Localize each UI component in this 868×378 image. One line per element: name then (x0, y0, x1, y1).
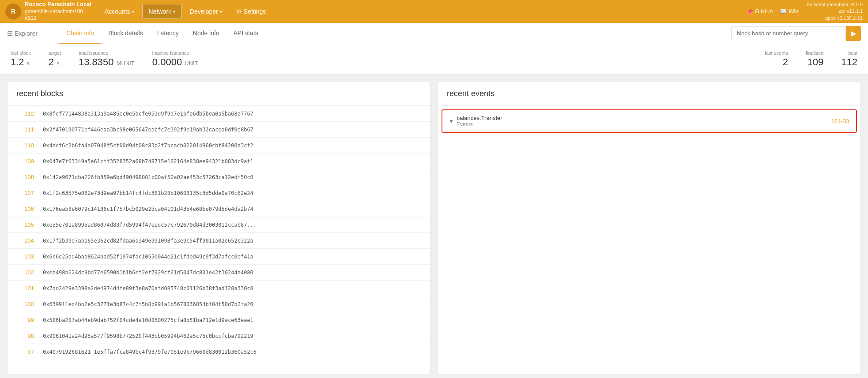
tab-node-info[interactable]: Node info (186, 23, 226, 44)
wiki-link[interactable]: 📖 Wiki (780, 8, 800, 15)
github-link[interactable]: 🐙 GitHub (746, 8, 773, 15)
search-input[interactable] (731, 26, 846, 40)
block-hash: 0x4acf6c2b6fa4a07048f5cf00d94f08c83b2f7b… (43, 142, 253, 149)
block-hash: 0x047e7f63349a5e61cff3528352a68b748715e1… (43, 158, 253, 165)
block-hash: 0x8fcf77144838a313a9a485ec0e5bcfe053d9f9… (43, 111, 253, 117)
main-content: recent blocks 112 0x8fcf77144838a313a9a4… (0, 75, 868, 378)
block-hash: 0x9061041a24d95a577f9598b772520f443cb059… (43, 333, 253, 339)
brand-title: Rococo Parachain Local (25, 1, 91, 8)
table-row: 100 0x639911ed4bb2e5c3771e3b87c4c7f5b8b9… (8, 296, 430, 312)
block-hash: 0x1f2c63575e062e73d9ea97bb14fc4fdc381b28… (43, 190, 253, 196)
brand: R Rococo Parachain Local gosemble-parach… (5, 1, 91, 22)
block-hash: 0xea498b624dc9bd77e6590b1b1b6ef2ef7929cf… (43, 269, 253, 276)
network-chevron-icon: ▾ (173, 9, 175, 14)
settings-icon: ⚙ (236, 8, 242, 15)
block-number[interactable]: 100 (16, 301, 34, 307)
github-icon: 🐙 (746, 8, 753, 15)
stat-best: best 112 (841, 50, 857, 68)
stat-last-block-label: last block (11, 50, 31, 56)
block-number[interactable]: 105 (16, 221, 34, 228)
top-navigation: R Rococo Parachain Local gosemble-parach… (0, 0, 868, 23)
stat-target-value: 2 s (49, 56, 61, 68)
brand-subtitle: gosemble-parachain/100 (25, 8, 91, 15)
table-row: 108 0x142a9671cba226fb359a6bd490498081b0… (8, 169, 430, 185)
brand-logo: R (5, 4, 21, 19)
recent-events-title: recent events (438, 82, 860, 106)
stat-finalized-label: finalized (806, 50, 823, 56)
network-menu[interactable]: Network ▾ (142, 4, 182, 19)
table-row: 102 0xea498b624dc9bd77e6590b1b1b6ef2ef79… (8, 265, 430, 281)
table-row: 98 0x9061041a24d95a577f9598b772520f443cb… (8, 328, 430, 344)
block-number[interactable]: 106 (16, 206, 34, 212)
stat-best-label: best (841, 50, 857, 56)
version-info: Polkadot parachain v4.0.0 api v11.1.1 ap… (807, 1, 863, 22)
table-row: 103 0x6c6c25ad4baa8624bad52f1974fac10550… (8, 249, 430, 265)
table-row: 106 0x176eab8e6079c14186c1f757bcb029e2dc… (8, 201, 430, 217)
block-number[interactable]: 111 (16, 126, 34, 133)
block-number[interactable]: 103 (16, 253, 34, 260)
wiki-icon: 📖 (780, 8, 787, 15)
block-hash: 0x176eab8e6079c14186c1f757bcb029e2dca041… (43, 206, 253, 212)
block-number[interactable]: 98 (16, 333, 34, 339)
block-hash: 0x17f2b39e7aba65e362cd82fdaa6a3496991098… (43, 238, 253, 244)
brand-text: Rococo Parachain Local gosemble-parachai… (25, 1, 91, 22)
accounts-label: Accounts (105, 8, 130, 15)
block-hash: 0x586ba287ab44eb9dab752f04cde4a10d850027… (43, 317, 253, 323)
chevron-down-icon: ▾ (449, 117, 453, 125)
developer-label: Developer (190, 8, 218, 15)
stat-last-events-label: last events (765, 50, 788, 56)
stat-total-issuance-label: total issuance (79, 50, 135, 56)
network-label: Network (149, 8, 171, 15)
block-hash: 0x142a9671cba226fb359a6bd490498081b00af5… (43, 174, 253, 180)
table-row: 97 0x4079192681621 1e5ffa7fca849bc4f9379… (8, 344, 430, 359)
sub-navigation: ⊞ Explorer Chain info Block details Late… (0, 23, 868, 44)
block-number[interactable]: 112 (16, 110, 34, 117)
block-number[interactable]: 97 (16, 348, 34, 355)
wiki-label: Wiki (789, 8, 800, 15)
block-number[interactable]: 101 (16, 285, 34, 292)
explorer-link[interactable]: ⊞ Explorer (7, 29, 45, 37)
version-line1: Polkadot parachain v4.0.0 (807, 1, 863, 8)
tab-latency[interactable]: Latency (150, 23, 186, 44)
table-row: 109 0x047e7f63349a5e61cff3528352a68b7487… (8, 153, 430, 169)
settings-label: Settings (244, 8, 266, 15)
block-hash: 0xe55e701a8995ad86074d83f7d5994f47eedc57… (43, 222, 257, 228)
divider (52, 27, 52, 40)
block-number[interactable]: 108 (16, 174, 34, 180)
block-number[interactable]: 109 (16, 158, 34, 165)
block-number[interactable]: 99 (16, 317, 34, 323)
statsbar-right: last events 2 finalized 109 best 112 (765, 50, 857, 68)
accounts-menu[interactable]: Accounts ▾ (98, 4, 140, 19)
settings-menu[interactable]: ⚙ Settings (230, 4, 272, 19)
table-row: 110 0x4acf6c2b6fa4a07048f5cf00d94f08c83b… (8, 138, 430, 153)
tab-api-stats[interactable]: API stats (226, 23, 265, 44)
block-number[interactable]: 110 (16, 142, 34, 149)
stat-inactive-issuance-value: 0.0000 UNIT (152, 56, 198, 68)
stat-finalized-value: 109 (806, 56, 823, 68)
block-number[interactable]: 107 (16, 190, 34, 196)
stat-last-events-value: 2 (765, 56, 788, 68)
stat-finalized: finalized 109 (806, 50, 823, 68)
stat-last-block-value: 1.2 s (11, 56, 31, 68)
version-line2: api v11.1.1 (807, 8, 863, 15)
explorer-label: Explorer (15, 30, 38, 37)
table-row: 105 0xe55e701a8995ad86074d83f7d5994f47ee… (8, 217, 430, 233)
tab-block-details[interactable]: Block details (101, 23, 150, 44)
block-number[interactable]: 102 (16, 269, 34, 276)
tab-chain-info[interactable]: Chain info (59, 23, 101, 44)
grid-icon: ⊞ (7, 29, 13, 37)
list-item[interactable]: ▾ balances.Transfer Events 101-03 (442, 109, 857, 133)
stat-last-events: last events 2 (765, 50, 788, 68)
events-list: ▾ balances.Transfer Events 101-03 (438, 109, 860, 133)
block-hash: 0x7dd2429e3398a2de4974d4fe89f3e0a70afd08… (43, 285, 253, 292)
table-row: 107 0x1f2c63575e062e73d9ea97bb14fc4fdc38… (8, 185, 430, 201)
developer-chevron-icon: ▾ (220, 9, 222, 14)
search-button[interactable]: ▶ (846, 26, 861, 41)
version-line3: apps v0.138.2-21 (807, 15, 863, 22)
event-name: balances.Transfer (457, 115, 831, 121)
block-number[interactable]: 104 (16, 237, 34, 244)
github-label: GitHub (755, 8, 773, 15)
event-id[interactable]: 101-03 (831, 118, 849, 124)
developer-menu[interactable]: Developer ▾ (184, 4, 228, 19)
stat-inactive-issuance-label: inactive issuance (152, 50, 198, 56)
